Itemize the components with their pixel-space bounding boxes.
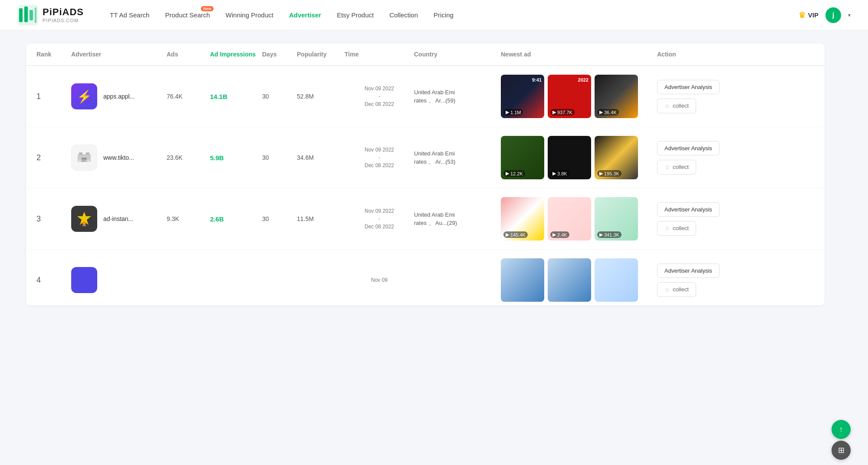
star-icon: ☆ xyxy=(664,286,670,293)
time-2: Nov 09 2022 - Dec 08 2022 xyxy=(345,146,414,169)
col-ads: Ads xyxy=(167,51,210,58)
ad-time-1: 9:41 xyxy=(532,77,542,82)
advertiser-cell-4 xyxy=(71,267,167,293)
ads-count-2: 23.6K xyxy=(167,154,210,161)
logo-icon xyxy=(17,5,38,26)
play-icon: ▶ xyxy=(506,109,509,115)
nav-winning-product[interactable]: Winning Product xyxy=(226,11,273,19)
advertiser-name-2[interactable]: www.tikto... xyxy=(103,154,134,161)
ad-inner-3-3: ▶ 341.3K xyxy=(595,197,638,241)
rank-3: 3 xyxy=(36,214,71,224)
ad-thumb-4-1[interactable] xyxy=(501,258,544,302)
impressions-3: 2.6B xyxy=(210,215,262,223)
ad-views-3-3: ▶ 341.3K xyxy=(597,231,621,238)
play-icon: ▶ xyxy=(506,171,509,176)
svg-rect-7 xyxy=(79,152,82,155)
ad-inner-3-1: ▶ 145.4K xyxy=(501,197,544,241)
advertiser-name-1[interactable]: apps.appl... xyxy=(103,93,135,100)
ad-inner-2-1: ▶ 12.2K xyxy=(501,136,544,179)
play-icon: ▶ xyxy=(552,109,556,115)
star-icon: ☆ xyxy=(664,102,670,109)
nav-pricing[interactable]: Pricing xyxy=(434,11,454,19)
days-3: 30 xyxy=(262,215,297,222)
ad-thumb-4-3[interactable] xyxy=(595,258,638,302)
col-impressions: Ad Impressions xyxy=(210,50,262,58)
star-icon: ☆ xyxy=(664,164,670,171)
ad-thumb-1-3[interactable]: ▶ 36.4K xyxy=(595,75,638,118)
nav-collection[interactable]: Collection xyxy=(389,11,418,19)
collect-button-3[interactable]: ☆ collect xyxy=(657,221,696,236)
advertiser-icon-2[interactable]: STORE xyxy=(71,145,97,171)
col-time: Time xyxy=(345,51,414,58)
country-1: United Arab Emi rates 、 Ar...(59) xyxy=(414,88,501,105)
impressions-2: 5.9B xyxy=(210,154,262,162)
time-3: Nov 09 2022 - Dec 08 2022 xyxy=(345,207,414,231)
advertiser-icon-4[interactable] xyxy=(71,267,97,293)
ad-thumb-3-3[interactable]: ▶ 341.3K xyxy=(595,197,638,241)
time-1: Nov 09 2022 - Dec 08 2022 xyxy=(345,85,414,108)
header-right: ♛ VIP j ▾ xyxy=(799,7,851,23)
ad-inner-2-3: ▶ 195.3K xyxy=(595,136,638,179)
ad-thumb-3-1[interactable]: ▶ 145.4K xyxy=(501,197,544,241)
ad-thumb-2-3[interactable]: ▶ 195.3K xyxy=(595,136,638,179)
ad-thumb-2-2[interactable]: ▶ 3.8K xyxy=(548,136,591,179)
ad-thumb-4-2[interactable] xyxy=(548,258,591,302)
logo[interactable]: PiPiADS PIPIADS.COM xyxy=(17,5,84,26)
logo-sub: PIPIADS.COM xyxy=(43,18,84,23)
analysis-button-4[interactable]: Advertiser Analysis xyxy=(657,264,720,278)
advertiser-icon-3[interactable] xyxy=(71,206,97,232)
ad-thumb-2-1[interactable]: ▶ 12.2K xyxy=(501,136,544,179)
newest-ad-3: ▶ 145.4K ▶ 2.4K xyxy=(501,197,657,241)
action-4: Advertiser Analysis ☆ collect xyxy=(657,264,744,297)
crown-icon: ♛ xyxy=(799,10,806,20)
logo-main: PiPiADS xyxy=(43,7,84,17)
col-advertiser: Advertiser xyxy=(71,51,167,58)
nav-product-search[interactable]: Product Search New xyxy=(165,11,210,19)
nav-etsy-product[interactable]: Etsy Product xyxy=(337,11,374,19)
col-action: Action xyxy=(657,51,744,58)
ad-thumb-3-2[interactable]: ▶ 2.4K xyxy=(548,197,591,241)
avatar[interactable]: j xyxy=(825,7,841,23)
ad-views-1-1: ▶ 1.1M xyxy=(503,109,523,115)
analysis-button-3[interactable]: Advertiser Analysis xyxy=(657,202,720,217)
table-row: 1 ⚡ apps.appl... 76.4K 14.1B 30 52.8M No… xyxy=(26,66,825,127)
header: PiPiADS PIPIADS.COM TT Ad Search Product… xyxy=(0,0,868,30)
nav-tt-ad-search[interactable]: TT Ad Search xyxy=(110,11,149,19)
vip-button[interactable]: ♛ VIP xyxy=(799,10,819,20)
ads-count-1: 76.4K xyxy=(167,93,210,100)
play-icon: ▶ xyxy=(506,232,509,237)
star-icon: ☆ xyxy=(664,225,670,232)
newest-ad-4 xyxy=(501,258,657,302)
newest-ad-2: ▶ 12.2K ▶ 3.8K xyxy=(501,136,657,179)
days-1: 30 xyxy=(262,93,297,100)
rank-1: 1 xyxy=(36,92,71,101)
table-row: 4 Nov 09 Advertiser Analysis ☆ xyxy=(26,250,825,306)
svg-rect-3 xyxy=(30,10,33,20)
svg-text:STORE: STORE xyxy=(78,159,90,163)
svg-rect-8 xyxy=(86,152,89,155)
analysis-button-2[interactable]: Advertiser Analysis xyxy=(657,141,720,155)
ad-views-2-1: ▶ 12.2K xyxy=(503,170,525,177)
chevron-down-icon[interactable]: ▾ xyxy=(848,12,851,18)
main-nav: TT Ad Search Product Search New Winning … xyxy=(110,11,799,19)
play-icon: ▶ xyxy=(552,232,556,237)
ads-count-3: 9.3K xyxy=(167,215,210,222)
col-newest-ad: Newest ad xyxy=(501,51,657,58)
table-header: Rank Advertiser Ads Ad Impressions Days … xyxy=(26,43,825,66)
advertiser-icon-1[interactable]: ⚡ xyxy=(71,83,97,109)
analysis-button-1[interactable]: Advertiser Analysis xyxy=(657,80,720,94)
ad-inner-3-2: ▶ 2.4K xyxy=(548,197,591,241)
action-1: Advertiser Analysis ☆ collect xyxy=(657,80,744,113)
collect-button-2[interactable]: ☆ collect xyxy=(657,160,696,175)
collect-button-4[interactable]: ☆ collect xyxy=(657,282,696,297)
col-days: Days xyxy=(262,51,297,58)
nav-advertiser[interactable]: Advertiser xyxy=(289,11,321,19)
advertiser-name-3[interactable]: ad-instan... xyxy=(103,215,133,222)
ad-thumb-1-2[interactable]: 2022 ▶ 937.7K xyxy=(548,75,591,118)
table-row: 3 ad-instan... 9.3K 2.6B 30 11.5M Nov 09… xyxy=(26,188,825,250)
play-icon: ▶ xyxy=(599,109,603,115)
ad-thumb-1-1[interactable]: 9:41 ▶ 1.1M xyxy=(501,75,544,118)
svg-rect-2 xyxy=(24,7,28,22)
svg-rect-4 xyxy=(35,7,36,23)
collect-button-1[interactable]: ☆ collect xyxy=(657,99,696,113)
